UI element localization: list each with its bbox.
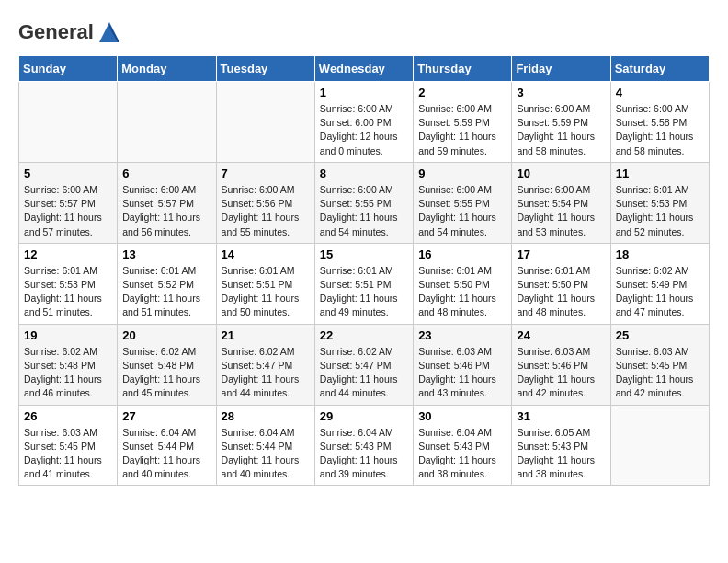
calendar-week-row: 12Sunrise: 6:01 AMSunset: 5:53 PMDayligh… bbox=[19, 243, 710, 324]
day-number: 14 bbox=[222, 247, 310, 261]
day-info-line: and 46 minutes. bbox=[24, 386, 112, 400]
day-info-line: Daylight: 11 hours bbox=[320, 373, 408, 386]
calendar-week-row: 1Sunrise: 6:00 AMSunset: 6:00 PMDaylight… bbox=[19, 82, 710, 163]
weekday-header-cell: Tuesday bbox=[216, 56, 314, 82]
day-info-line: Sunset: 5:54 PM bbox=[517, 197, 605, 211]
day-info-line: and 47 minutes. bbox=[616, 305, 704, 319]
calendar-cell: 5Sunrise: 6:00 AMSunset: 5:57 PMDaylight… bbox=[19, 162, 118, 243]
logo-icon bbox=[96, 18, 123, 46]
day-info-line: and 42 minutes. bbox=[616, 386, 704, 400]
day-info-line: Daylight: 11 hours bbox=[24, 211, 112, 224]
day-info-line: Daylight: 11 hours bbox=[616, 292, 704, 305]
day-info-line: Sunrise: 6:00 AM bbox=[320, 183, 408, 197]
day-info-line: Sunrise: 6:00 AM bbox=[122, 183, 210, 197]
calendar-cell bbox=[610, 405, 709, 486]
day-info-line: Daylight: 11 hours bbox=[517, 292, 605, 305]
day-info-line: Sunset: 5:47 PM bbox=[222, 359, 310, 373]
calendar-cell: 12Sunrise: 6:01 AMSunset: 5:53 PMDayligh… bbox=[19, 243, 118, 324]
calendar-cell: 6Sunrise: 6:00 AMSunset: 5:57 PMDaylight… bbox=[118, 162, 216, 243]
day-info-line: Sunrise: 6:03 AM bbox=[24, 426, 112, 440]
day-number: 4 bbox=[616, 86, 704, 99]
day-info-line: and 43 minutes. bbox=[418, 386, 506, 400]
day-info-line: Sunset: 5:51 PM bbox=[222, 278, 310, 292]
day-info-line: Sunset: 5:58 PM bbox=[616, 116, 704, 130]
day-info-line: and 39 minutes. bbox=[320, 467, 408, 481]
day-info-line: Daylight: 11 hours bbox=[122, 454, 210, 467]
day-info-line: and 53 minutes. bbox=[517, 225, 605, 239]
day-number: 8 bbox=[320, 167, 408, 180]
day-number: 25 bbox=[616, 328, 704, 342]
day-info-line: and 57 minutes. bbox=[24, 225, 112, 239]
day-number: 7 bbox=[222, 167, 310, 180]
weekday-header-cell: Monday bbox=[118, 56, 216, 82]
day-info-line: and 44 minutes. bbox=[222, 386, 310, 400]
day-info-line: Sunset: 5:49 PM bbox=[616, 278, 704, 292]
day-number: 29 bbox=[320, 409, 408, 423]
calendar-cell: 15Sunrise: 6:01 AMSunset: 5:51 PMDayligh… bbox=[314, 243, 413, 324]
day-info-line: Sunset: 5:53 PM bbox=[616, 197, 704, 211]
calendar-cell: 2Sunrise: 6:00 AMSunset: 5:59 PMDaylight… bbox=[414, 82, 512, 163]
day-info-line: Daylight: 11 hours bbox=[517, 130, 605, 144]
day-info-line: Sunset: 5:43 PM bbox=[517, 440, 605, 454]
day-info-line: Sunrise: 6:01 AM bbox=[222, 264, 310, 278]
day-info-line: Sunset: 5:50 PM bbox=[517, 278, 605, 292]
day-info-line: Sunrise: 6:02 AM bbox=[222, 345, 310, 359]
day-info-line: and 41 minutes. bbox=[24, 467, 112, 481]
calendar-cell: 21Sunrise: 6:02 AMSunset: 5:47 PMDayligh… bbox=[216, 324, 314, 405]
day-info-line: Sunrise: 6:05 AM bbox=[517, 426, 605, 440]
day-info-line: Sunrise: 6:02 AM bbox=[616, 264, 704, 278]
day-number: 23 bbox=[418, 328, 506, 342]
day-info-line: and 38 minutes. bbox=[517, 467, 605, 481]
day-info-line: Sunset: 5:51 PM bbox=[320, 278, 408, 292]
day-info-line: Daylight: 11 hours bbox=[418, 211, 506, 224]
day-info-line: Sunrise: 6:01 AM bbox=[122, 264, 210, 278]
day-info-line: and 38 minutes. bbox=[418, 467, 506, 481]
day-info-line: and 58 minutes. bbox=[616, 144, 704, 158]
calendar-cell: 29Sunrise: 6:04 AMSunset: 5:43 PMDayligh… bbox=[314, 405, 413, 486]
day-info-line: Sunset: 5:53 PM bbox=[24, 278, 112, 292]
calendar-week-row: 26Sunrise: 6:03 AMSunset: 5:45 PMDayligh… bbox=[19, 405, 710, 486]
day-number: 28 bbox=[222, 409, 310, 423]
day-info-line: Daylight: 11 hours bbox=[24, 373, 112, 386]
day-number: 6 bbox=[122, 167, 210, 180]
calendar-cell: 25Sunrise: 6:03 AMSunset: 5:45 PMDayligh… bbox=[610, 324, 709, 405]
day-info-line: Sunrise: 6:00 AM bbox=[517, 102, 605, 116]
day-info-line: and 56 minutes. bbox=[122, 225, 210, 239]
day-info-line: and 45 minutes. bbox=[122, 386, 210, 400]
day-number: 21 bbox=[222, 328, 310, 342]
day-info-line: Sunrise: 6:02 AM bbox=[24, 345, 112, 359]
calendar-cell bbox=[19, 82, 118, 163]
day-number: 26 bbox=[24, 409, 112, 423]
day-info-line: and 54 minutes. bbox=[320, 225, 408, 239]
day-info-line: Daylight: 11 hours bbox=[222, 211, 310, 224]
calendar-cell bbox=[118, 82, 216, 163]
logo-general: General bbox=[18, 21, 94, 43]
calendar-cell: 22Sunrise: 6:02 AMSunset: 5:47 PMDayligh… bbox=[314, 324, 413, 405]
weekday-header-row: SundayMondayTuesdayWednesdayThursdayFrid… bbox=[19, 56, 710, 82]
day-number: 1 bbox=[320, 86, 408, 99]
day-number: 16 bbox=[418, 247, 506, 261]
day-number: 13 bbox=[122, 247, 210, 261]
day-number: 5 bbox=[24, 167, 112, 180]
day-info-line: Sunset: 5:57 PM bbox=[122, 197, 210, 211]
day-info-line: and 59 minutes. bbox=[418, 144, 506, 158]
day-info-line: Daylight: 11 hours bbox=[517, 211, 605, 224]
day-info-line: Sunrise: 6:03 AM bbox=[517, 345, 605, 359]
day-info-line: Daylight: 11 hours bbox=[320, 292, 408, 305]
day-info-line: Sunrise: 6:04 AM bbox=[320, 426, 408, 440]
day-info-line: Sunrise: 6:02 AM bbox=[122, 345, 210, 359]
calendar-cell: 31Sunrise: 6:05 AMSunset: 5:43 PMDayligh… bbox=[512, 405, 610, 486]
day-info-line: Sunset: 5:47 PM bbox=[320, 359, 408, 373]
day-info-line: Sunset: 5:48 PM bbox=[24, 359, 112, 373]
day-info-line: Daylight: 11 hours bbox=[517, 373, 605, 386]
day-number: 10 bbox=[517, 167, 605, 180]
day-info-line: Sunset: 5:44 PM bbox=[222, 440, 310, 454]
day-info-line: Daylight: 11 hours bbox=[418, 130, 506, 144]
day-number: 27 bbox=[122, 409, 210, 423]
calendar-cell: 26Sunrise: 6:03 AMSunset: 5:45 PMDayligh… bbox=[19, 405, 118, 486]
calendar-cell: 11Sunrise: 6:01 AMSunset: 5:53 PMDayligh… bbox=[610, 162, 709, 243]
day-info-line: and 49 minutes. bbox=[320, 305, 408, 319]
day-info-line: Sunrise: 6:03 AM bbox=[616, 345, 704, 359]
day-info-line: and 52 minutes. bbox=[616, 225, 704, 239]
calendar-cell: 19Sunrise: 6:02 AMSunset: 5:48 PMDayligh… bbox=[19, 324, 118, 405]
